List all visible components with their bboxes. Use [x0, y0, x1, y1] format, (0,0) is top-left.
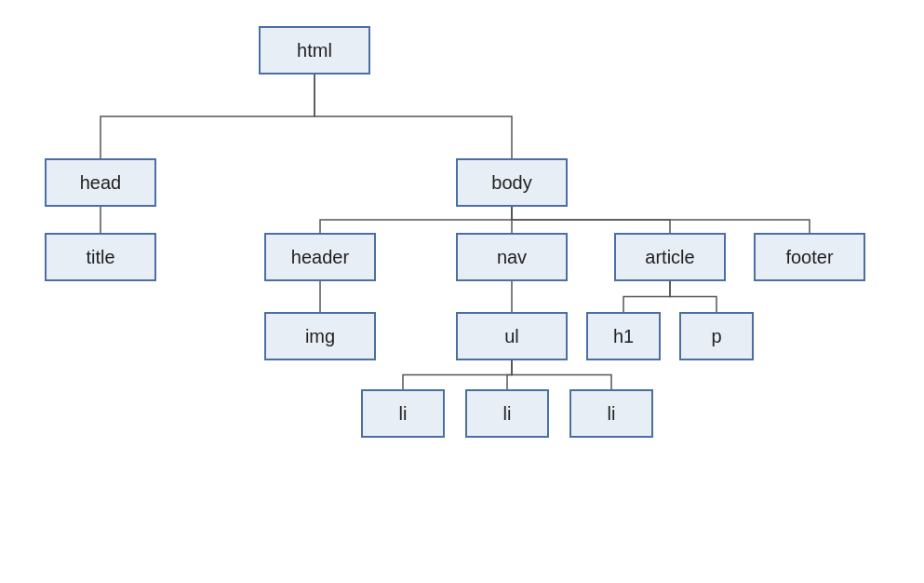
node-li1: li [361, 389, 445, 438]
node-header: header [264, 233, 376, 281]
node-nav: nav [456, 233, 568, 281]
node-title: title [45, 233, 156, 281]
line-html-head [100, 75, 315, 158]
node-li2: li [465, 389, 549, 438]
node-p: p [679, 312, 754, 360]
node-article: article [614, 233, 726, 281]
node-li3: li [569, 389, 653, 438]
node-h1: h1 [586, 312, 661, 360]
line-body-article [512, 207, 670, 233]
line-ul-li3 [512, 360, 611, 389]
connector-lines [0, 0, 924, 583]
line-article-h1 [623, 281, 670, 312]
line-body-header [320, 207, 512, 233]
node-ul: ul [456, 312, 568, 360]
node-html: html [259, 26, 370, 75]
line-html-body [315, 75, 512, 158]
line-ul-li2 [507, 360, 512, 389]
line-article-p [670, 281, 716, 312]
node-footer: footer [754, 233, 865, 281]
node-body: body [456, 158, 568, 207]
line-ul-li1 [403, 360, 512, 389]
node-head: head [45, 158, 156, 207]
node-img: img [264, 312, 376, 360]
diagram: htmlheadtitlebodyheadernavarticlefooteri… [0, 0, 924, 583]
line-body-footer [512, 207, 810, 233]
